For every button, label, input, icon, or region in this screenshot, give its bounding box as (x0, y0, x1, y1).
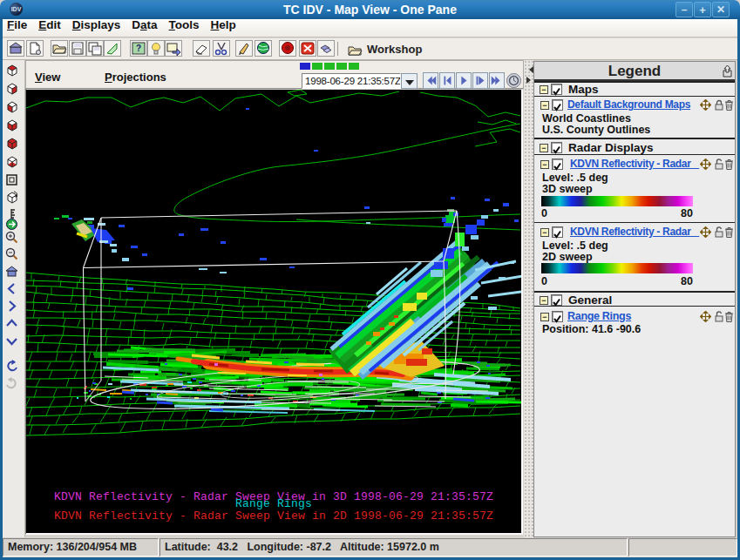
svg-text:?: ? (136, 44, 141, 53)
